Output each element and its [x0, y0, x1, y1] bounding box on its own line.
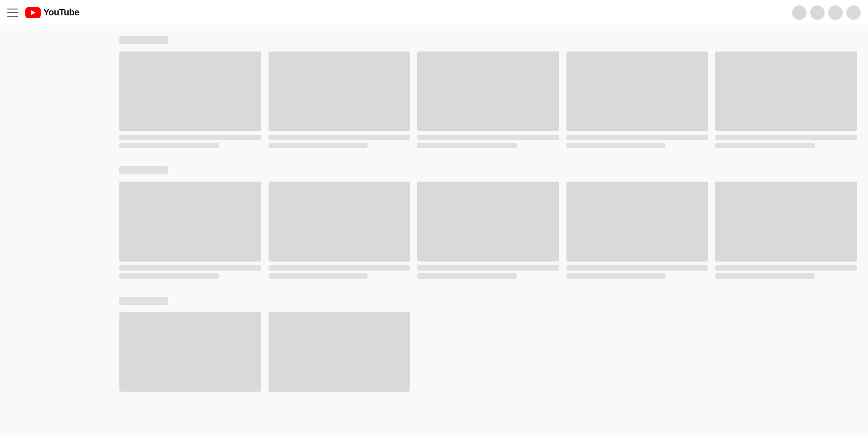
video-channel-skeleton	[269, 143, 368, 148]
video-meta	[417, 135, 559, 148]
header-avatar[interactable]	[846, 5, 861, 20]
video-title-skeleton	[417, 265, 559, 271]
video-meta	[119, 135, 261, 148]
video-card	[715, 51, 857, 148]
youtube-logo-text: YouTube	[43, 7, 79, 18]
video-title-skeleton	[119, 265, 261, 271]
section-2-video-grid	[119, 182, 857, 278]
video-thumbnail[interactable]	[417, 51, 559, 131]
section-3	[119, 297, 857, 392]
menu-icon[interactable]	[7, 9, 18, 17]
section-3-title-skeleton	[119, 297, 168, 305]
video-title-skeleton	[269, 135, 410, 140]
video-title-skeleton	[715, 265, 857, 271]
video-thumbnail[interactable]	[119, 312, 261, 392]
video-card	[269, 182, 410, 278]
section-3-video-grid	[119, 312, 857, 392]
video-meta	[715, 265, 857, 279]
video-channel-skeleton	[566, 273, 666, 279]
video-title-skeleton	[417, 135, 559, 140]
video-card	[417, 182, 559, 278]
sidebar	[0, 25, 108, 435]
video-meta	[715, 135, 857, 148]
video-card	[715, 182, 857, 278]
header: YouTube	[0, 0, 868, 25]
main-content	[108, 25, 868, 435]
video-card	[566, 182, 708, 278]
video-thumbnail[interactable]	[715, 51, 857, 131]
video-thumbnail[interactable]	[119, 182, 261, 261]
video-channel-skeleton	[417, 143, 517, 148]
video-thumbnail[interactable]	[715, 182, 857, 261]
section-1	[119, 36, 857, 148]
section-2-title-skeleton	[119, 166, 168, 174]
video-meta	[269, 135, 410, 148]
video-thumbnail[interactable]	[417, 182, 559, 261]
youtube-logo[interactable]: YouTube	[25, 7, 79, 18]
video-card	[417, 51, 559, 148]
video-title-skeleton	[119, 135, 261, 140]
header-icon-1[interactable]	[792, 5, 807, 20]
video-card	[119, 51, 261, 148]
section-2	[119, 166, 857, 278]
video-card	[119, 182, 261, 278]
video-channel-skeleton	[269, 273, 368, 279]
video-thumbnail[interactable]	[566, 51, 708, 131]
video-channel-skeleton	[715, 143, 815, 148]
video-channel-skeleton	[119, 273, 219, 279]
video-title-skeleton	[269, 265, 410, 271]
video-thumbnail[interactable]	[119, 51, 261, 131]
video-channel-skeleton	[417, 273, 517, 279]
section-1-title-skeleton	[119, 36, 168, 44]
header-left: YouTube	[7, 7, 79, 18]
video-thumbnail[interactable]	[269, 312, 410, 392]
header-right	[792, 5, 861, 20]
video-thumbnail[interactable]	[269, 182, 410, 261]
layout	[0, 0, 868, 435]
video-channel-skeleton	[715, 273, 815, 279]
youtube-logo-icon	[25, 7, 41, 18]
video-channel-skeleton	[566, 143, 666, 148]
video-title-skeleton	[566, 135, 708, 140]
video-thumbnail[interactable]	[566, 182, 708, 261]
header-icon-3[interactable]	[828, 5, 843, 20]
video-card	[269, 51, 410, 148]
video-thumbnail[interactable]	[269, 51, 410, 131]
video-meta	[566, 265, 708, 279]
section-1-video-grid	[119, 51, 857, 148]
video-title-skeleton	[715, 135, 857, 140]
video-card	[566, 51, 708, 148]
header-icon-2[interactable]	[810, 5, 825, 20]
video-meta	[417, 265, 559, 279]
video-meta	[566, 135, 708, 148]
video-meta	[269, 265, 410, 279]
video-channel-skeleton	[119, 143, 219, 148]
video-title-skeleton	[566, 265, 708, 271]
video-card	[269, 312, 410, 392]
video-card	[119, 312, 261, 392]
video-meta	[119, 265, 261, 279]
